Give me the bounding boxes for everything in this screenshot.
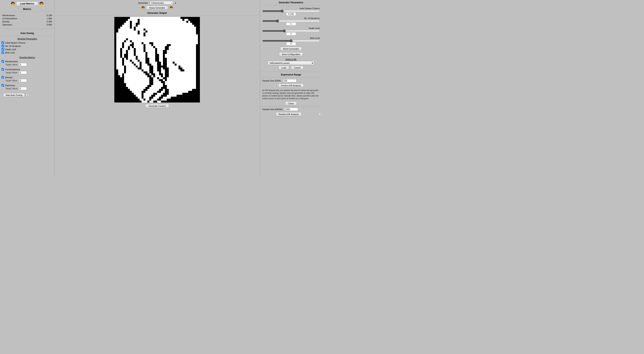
load-button[interactable]: Load	[278, 66, 289, 70]
ca-canvas	[114, 17, 200, 102]
slider-birth-limit[interactable]	[262, 40, 320, 42]
load-metrics-bar: 🧒 Load Metrics 🧒	[0, 1, 54, 6]
slider-death-limit[interactable]	[262, 30, 320, 32]
svg-rect-136	[116, 64, 122, 66]
autotuning-help-button[interactable]: ?	[26, 93, 29, 97]
reset-generator-button[interactable]: Reset Generator	[280, 47, 302, 51]
checkbox-target-openness-input[interactable]	[2, 84, 4, 86]
checkbox-initial-spawn-input[interactable]	[2, 42, 4, 44]
svg-rect-74	[130, 46, 132, 48]
svg-rect-129	[124, 62, 132, 64]
checkbox-target-connectedness-input[interactable]	[2, 68, 4, 70]
svg-rect-106	[165, 54, 196, 56]
checkbox-death-limit-input[interactable]	[2, 48, 4, 50]
generator-select-wrap[interactable]: CAGenerator	[150, 1, 173, 5]
svg-rect-179	[151, 75, 153, 77]
svg-rect-14	[155, 17, 157, 19]
setup-generator-button[interactable]: Setup Generator	[146, 6, 168, 10]
param-value-initial-spawn[interactable]	[286, 12, 296, 16]
svg-rect-214	[169, 93, 182, 95]
checkbox-iterations-input[interactable]	[2, 45, 4, 47]
svg-rect-170	[169, 72, 196, 73]
svg-rect-93	[116, 52, 120, 54]
file-select[interactable]: TallEstablisher.param	[268, 61, 314, 65]
svg-rect-58	[116, 40, 124, 42]
svg-rect-107	[116, 56, 120, 58]
checkbox-target-density-input[interactable]	[2, 76, 4, 78]
checkbox-death-limit[interactable]: Death Limit	[2, 48, 53, 51]
checkbox-target-openness[interactable]: Openness	[2, 84, 53, 87]
era-input[interactable]	[283, 79, 296, 82]
generate-content-button[interactable]: Generate Content	[145, 104, 169, 108]
param-label-birth-limit: Birth Limit	[262, 37, 320, 39]
svg-rect-127	[167, 60, 196, 62]
svg-rect-158	[118, 70, 124, 72]
param-value-death-limit[interactable]	[286, 32, 296, 36]
svg-rect-167	[148, 72, 149, 73]
svg-rect-209	[161, 91, 165, 93]
rera-input[interactable]	[284, 108, 298, 111]
svg-rect-16	[159, 17, 161, 19]
svg-rect-85	[169, 48, 196, 50]
svg-rect-71	[171, 44, 196, 46]
slider-initial-spawn[interactable]	[262, 10, 320, 12]
svg-rect-116	[128, 58, 136, 60]
svg-rect-192	[153, 81, 161, 83]
checkbox-target-connectedness[interactable]: Connectedness	[2, 68, 53, 71]
param-label-iterations: No. Of Iterations	[262, 17, 320, 20]
param-value-birth-limit[interactable]	[286, 42, 296, 45]
target-value-input-density[interactable]	[19, 79, 27, 82]
svg-rect-2	[132, 17, 134, 19]
rera-help-button[interactable]: ?	[318, 112, 322, 116]
svg-rect-146	[138, 66, 140, 68]
checkbox-birth-limit[interactable]: Birth Limit	[2, 51, 53, 54]
svg-rect-83	[146, 48, 155, 50]
checkbox-initial-spawn[interactable]: Initial Spawn Chance	[2, 41, 53, 44]
svg-rect-20	[167, 17, 169, 19]
checkbox-iterations-label: No. Of Iterations	[5, 45, 21, 47]
target-value-input-connectedness[interactable]	[19, 71, 27, 74]
start-autotuning-button[interactable]: Start Auto-Tuning	[3, 93, 25, 97]
checkbox-birth-limit-input[interactable]	[2, 51, 4, 54]
generator-status-dot: ●	[175, 2, 176, 4]
svg-rect-118	[149, 58, 155, 60]
random-er-button[interactable]: Random ER Analysis	[276, 112, 302, 116]
save-configuration-button[interactable]: Save Configuration	[279, 52, 303, 56]
slider-iterations[interactable]	[262, 20, 320, 22]
svg-rect-96	[136, 52, 146, 54]
svg-rect-201	[149, 87, 161, 89]
checkbox-target-randomness-input[interactable]	[2, 60, 4, 63]
svg-rect-112	[159, 56, 163, 58]
close-button[interactable]: Close	[285, 102, 296, 106]
svg-rect-101	[122, 54, 124, 56]
load-cancel-row: Load Cancel	[260, 66, 322, 70]
svg-rect-42	[132, 27, 134, 28]
era-label: Sample Size (ERA):	[262, 80, 281, 82]
svg-rect-149	[167, 66, 178, 68]
svg-rect-197	[126, 85, 148, 87]
param-value-iterations[interactable]	[286, 22, 296, 26]
checkbox-target-density[interactable]: Density	[2, 76, 53, 79]
target-value-input-randomness[interactable]	[19, 63, 27, 66]
checkbox-iterations[interactable]: No. Of Iterations	[2, 44, 53, 48]
svg-rect-39	[132, 25, 136, 27]
svg-rect-36	[132, 23, 136, 25]
svg-rect-46	[146, 28, 196, 30]
rera-label: Sample Size (RERA):	[262, 108, 283, 110]
target-value-input-openness[interactable]	[19, 87, 27, 90]
target-row-connectedness: Connectedness Target Value:	[2, 68, 53, 74]
checkbox-target-randomness[interactable]: Randomness	[2, 60, 53, 63]
svg-rect-70	[153, 44, 167, 46]
perform-er-button[interactable]: Perform ER Analysis	[278, 84, 304, 88]
svg-rect-45	[136, 28, 144, 30]
svg-rect-91	[157, 50, 163, 52]
svg-rect-165	[118, 72, 124, 73]
load-metrics-button[interactable]: Load Metrics	[16, 2, 38, 6]
svg-rect-163	[169, 70, 180, 72]
svg-rect-120	[167, 58, 196, 60]
generator-select[interactable]: CAGenerator	[150, 1, 173, 5]
svg-rect-222	[163, 97, 171, 98]
param-death-limit: Death Limit	[262, 27, 320, 36]
cancel-button[interactable]: Cancel	[291, 66, 304, 70]
metrics-row-openness: Openness 0.660	[2, 23, 52, 26]
